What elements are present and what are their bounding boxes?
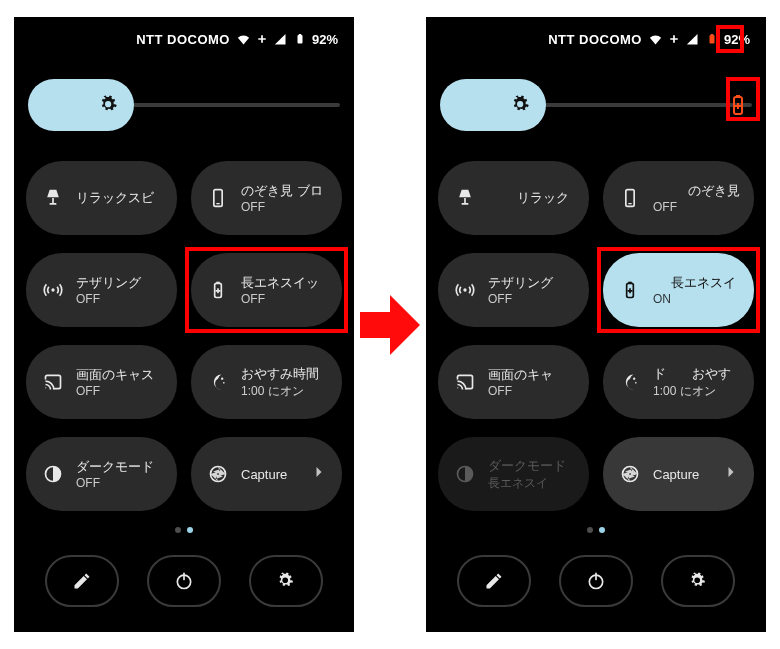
battery-saver-indicator-icon xyxy=(726,89,750,121)
settings-button[interactable] xyxy=(661,555,735,607)
tile-label: ダークモード xyxy=(488,457,575,475)
transition-arrow xyxy=(360,290,420,360)
carrier-label: NTT DOCOMO xyxy=(136,32,230,47)
moon-icon xyxy=(207,372,229,392)
tile-tethering[interactable]: テザリング OFF xyxy=(438,253,589,327)
cell-signal-icon xyxy=(273,32,288,47)
tile-label: リラックスビ xyxy=(76,189,163,207)
tile-bedtime[interactable]: ド おやす 1:00 にオン xyxy=(603,345,754,419)
lamp-icon xyxy=(42,188,64,208)
tile-label: ダークモード xyxy=(76,458,163,476)
tile-label: のぞき見 xyxy=(653,182,740,200)
battery-pct: 92% xyxy=(312,32,338,47)
edit-button[interactable] xyxy=(45,555,119,607)
tile-relax-view[interactable]: リラックスビ xyxy=(26,161,177,235)
tile-peek-block[interactable]: のぞき見 ブロ OFF xyxy=(191,161,342,235)
cast-icon xyxy=(42,372,64,392)
tile-dark-mode[interactable]: ダークモード OFF xyxy=(26,437,177,511)
tile-dark-mode[interactable]: ダークモード 長エネスイ xyxy=(438,437,589,511)
contrast-icon xyxy=(42,464,64,484)
chevron-right-icon xyxy=(314,465,328,483)
brightness-row xyxy=(14,61,354,141)
page-dot-active[interactable] xyxy=(599,527,605,533)
phone-screen-icon xyxy=(619,188,641,208)
phone-screen-icon xyxy=(207,188,229,208)
tile-relax-view[interactable]: リラック xyxy=(438,161,589,235)
tile-battery-saver[interactable]: 長エネスイ ON xyxy=(603,253,754,327)
tile-sub: OFF xyxy=(241,200,328,214)
bottom-actions xyxy=(14,555,354,607)
tile-sub: OFF xyxy=(241,292,328,306)
edit-button[interactable] xyxy=(457,555,531,607)
gear-icon xyxy=(98,94,120,116)
power-button[interactable] xyxy=(559,555,633,607)
phone-after: NTT DOCOMO 92% リラック xyxy=(426,17,766,632)
qs-tiles: リラックスビ のぞき見 ブロ OFF テザリング OFF xyxy=(14,141,354,511)
tile-label: テザリング xyxy=(76,274,163,292)
tile-capture[interactable]: Capture xyxy=(191,437,342,511)
page-dot[interactable] xyxy=(175,527,181,533)
bottom-actions xyxy=(426,555,766,607)
tile-label: テザリング xyxy=(488,274,575,292)
plus-icon xyxy=(669,34,679,44)
tile-sub: 長エネスイ xyxy=(488,475,575,492)
tile-sub: OFF xyxy=(653,200,740,214)
hotspot-icon xyxy=(454,280,476,300)
tile-bedtime[interactable]: おやすみ時間 1:00 にオン xyxy=(191,345,342,419)
tile-label: おやすみ時間 xyxy=(241,365,328,383)
tile-label: Capture xyxy=(241,467,314,482)
contrast-icon xyxy=(454,464,476,484)
tile-cast[interactable]: 画面のキャ OFF xyxy=(438,345,589,419)
carrier-label: NTT DOCOMO xyxy=(548,32,642,47)
page-dot[interactable] xyxy=(587,527,593,533)
hotspot-icon xyxy=(42,280,64,300)
chevron-right-icon xyxy=(726,465,740,483)
tile-tethering[interactable]: テザリング OFF xyxy=(26,253,177,327)
battery-status-icon xyxy=(294,31,306,47)
battery-plus-icon xyxy=(619,280,641,300)
battery-status-icon xyxy=(706,31,718,47)
tile-battery-saver[interactable]: 長エネスイッ OFF xyxy=(191,253,342,327)
page-indicator xyxy=(14,527,354,533)
brightness-settings-button[interactable] xyxy=(28,79,134,131)
battery-plus-icon xyxy=(207,280,229,300)
tile-label: 画面のキャ xyxy=(488,366,575,384)
wifi-icon xyxy=(648,32,663,47)
cast-icon xyxy=(454,372,476,392)
tile-sub: OFF xyxy=(76,476,163,490)
settings-button[interactable] xyxy=(249,555,323,607)
phone-before: NTT DOCOMO 92% リラックスビ のぞき見 ブ xyxy=(14,17,354,632)
tile-label: のぞき見 ブロ xyxy=(241,182,328,200)
plus-icon xyxy=(257,34,267,44)
aperture-icon xyxy=(207,464,229,484)
tile-sub: 1:00 にオン xyxy=(653,383,740,400)
status-bar: NTT DOCOMO 92% xyxy=(14,17,354,61)
tile-sub: OFF xyxy=(76,384,163,398)
tile-label: 長エネスイ xyxy=(653,274,740,292)
power-button[interactable] xyxy=(147,555,221,607)
page-indicator xyxy=(426,527,766,533)
tile-sub: OFF xyxy=(488,384,575,398)
tile-cast[interactable]: 画面のキャス OFF xyxy=(26,345,177,419)
cell-signal-icon xyxy=(685,32,700,47)
tile-sub: OFF xyxy=(488,292,575,306)
tile-peek-block[interactable]: のぞき見 OFF xyxy=(603,161,754,235)
brightness-slider[interactable] xyxy=(542,103,752,107)
lamp-icon xyxy=(454,188,476,208)
qs-tiles: リラック のぞき見 OFF テザリング OFF 長エネ xyxy=(426,141,766,511)
battery-pct: 92% xyxy=(724,32,750,47)
gear-icon xyxy=(510,94,532,116)
tile-capture[interactable]: Capture xyxy=(603,437,754,511)
status-bar: NTT DOCOMO 92% xyxy=(426,17,766,61)
wifi-icon xyxy=(236,32,251,47)
aperture-icon xyxy=(619,464,641,484)
moon-icon xyxy=(619,372,641,392)
tile-sub: ON xyxy=(653,292,740,306)
brightness-slider[interactable] xyxy=(130,103,340,107)
brightness-settings-button[interactable] xyxy=(440,79,546,131)
brightness-row xyxy=(426,61,766,141)
page-dot-active[interactable] xyxy=(187,527,193,533)
tile-sub: 1:00 にオン xyxy=(241,383,328,400)
tile-label: Capture xyxy=(653,467,726,482)
tile-label: 画面のキャス xyxy=(76,366,163,384)
